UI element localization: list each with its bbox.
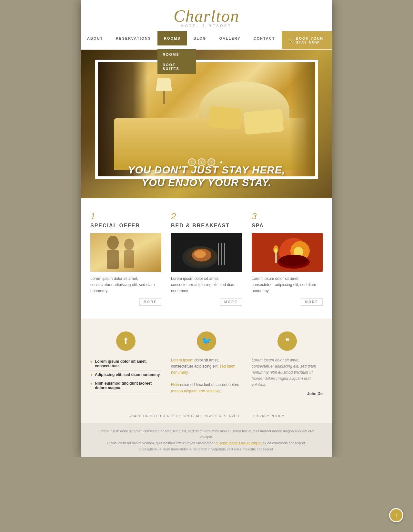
footer-divider: | — [246, 414, 247, 418]
quote-icon: ❝ — [277, 331, 297, 351]
lamp-base — [163, 91, 165, 104]
dropdown-rooms[interactable]: ROOMS — [157, 49, 196, 60]
svg-point-20 — [274, 248, 277, 253]
feature-3-title: SPA — [252, 223, 323, 229]
feature-3-number: 3 — [252, 211, 323, 222]
bottom-line-1: Lorem ipsum dolor sit amet, consectetuer… — [94, 428, 319, 440]
hero-tagline-text: YOU DON'T JUST STAY HERE, YOU ENJOY YOUR… — [81, 164, 332, 189]
feature-special-offer: 1 SPECIAL OFFER — [90, 211, 161, 306]
svg-point-18 — [279, 255, 308, 266]
main-nav: ABOUT RESERVATIONS ROOMS ROOMS ROOF SUIT… — [81, 31, 332, 50]
hero-tagline: YOU DON'T JUST STAY HERE, YOU ENJOY YOUR… — [81, 164, 332, 189]
twitter-icon[interactable]: 🐦 — [197, 331, 216, 351]
lamp-shade — [156, 78, 172, 91]
tweet-content: Lorem ipsum dolor sit amet, consectetuer… — [171, 357, 242, 394]
nav-rooms[interactable]: ROOMS — [157, 31, 187, 45]
social-quote: ❝ Lorem ipsum dolor sit amet, consectetu… — [252, 331, 323, 396]
nav-rooms-wrapper: ROOMS ROOMS ROOF SUITES — [157, 31, 187, 49]
feature-2-number: 2 — [171, 211, 242, 222]
fb-letter: f — [124, 336, 127, 346]
nav-gallery[interactable]: GALLERY — [213, 31, 247, 49]
svg-rect-10 — [221, 243, 222, 265]
feature-3-image — [252, 233, 323, 272]
hero-lamp — [156, 78, 172, 104]
fb-item-2[interactable]: Adipiscing elit, sed diam nonummy. — [90, 370, 161, 379]
bottom-line2-link[interactable]: suscipit lobortis nisl ut aliquip — [216, 441, 262, 445]
feature-spa: 3 SPA Lorem ipsum dolor — [252, 211, 323, 306]
tweet2-middle: euismod tincidunt ut laoreet dolore — [179, 382, 239, 387]
book-label: BOOK YOUR STAY NOW! — [296, 36, 326, 44]
fb-item-1[interactable]: Lorem ipsum dolor sit amet, consectetuer… — [90, 357, 161, 370]
tweet-link[interactable]: Lorem ipsum — [171, 358, 193, 362]
facebook-icon[interactable]: f — [116, 331, 136, 351]
book-icon: 🍾 — [288, 38, 293, 43]
fb-item-1-text: Lorem ipsum dolor sit amet, consectetuer… — [95, 359, 161, 368]
quote-symbol: ❝ — [285, 337, 289, 345]
fb-item-2-text: Adipiscing elit, sed diam nonummy. — [95, 372, 161, 377]
hero-section: 1 2 3 4 YOU DON'T JUST STAY HERE, YOU EN… — [81, 50, 332, 198]
svg-rect-12 — [218, 243, 219, 265]
nav-about[interactable]: ABOUT — [81, 31, 109, 49]
nav-contact[interactable]: CONTACT — [247, 31, 282, 49]
feature-2-text: Lorem ipsum dolor sit amet, consectetuer… — [171, 276, 242, 294]
svg-rect-4 — [124, 250, 134, 268]
facebook-list: Lorem ipsum dolor sit amet, consectetuer… — [90, 357, 161, 392]
feature-3-more[interactable]: MORE — [301, 298, 323, 306]
svg-point-1 — [107, 236, 119, 250]
logo: Charlton — [81, 6, 332, 25]
quote-text: Lorem ipsum dolor sit amet, consectetuer… — [252, 357, 323, 388]
dropdown-roof-suites[interactable]: ROOF SUITES — [157, 60, 196, 74]
bottom-bar: Lorem ipsum dolor sit amet, consectetuer… — [81, 423, 332, 458]
svg-point-9 — [194, 250, 206, 258]
feature-2-more[interactable]: MORE — [220, 298, 242, 306]
feature-1-image — [90, 233, 161, 272]
feature-1-more[interactable]: MORE — [139, 298, 161, 306]
social-twitter: 🐦 Lorem ipsum dolor sit amet, consectetu… — [171, 331, 242, 396]
svg-rect-21 — [275, 253, 277, 263]
bottom-line-3: Duis autem vel eum iriure dolor in hendr… — [94, 446, 319, 452]
bottom-line-2: Ut wisi enim ad minim veniam, quis nostr… — [94, 440, 319, 446]
fb-item-3-text: Nibh euismod tincidunt laoreet dolore ma… — [95, 381, 161, 390]
book-now-button[interactable]: 🍾 BOOK YOUR STAY NOW! — [282, 31, 332, 49]
rooms-dropdown: ROOMS ROOF SUITES — [157, 49, 196, 74]
bottom-line2-end: ex ea commodo consequat. — [262, 441, 306, 445]
nav-items: ABOUT RESERVATIONS ROOMS ROOMS ROOF SUIT… — [81, 31, 282, 49]
feature-bed-breakfast: 2 BED & BREAKFAST Lorem ipsum dolor sit … — [171, 211, 242, 306]
site-footer: CHARLTON HOTEL & RESORT ©2012 ALL RIGHTS… — [81, 409, 332, 423]
footer-copyright: CHARLTON HOTEL & RESORT ©2012 ALL RIGHTS… — [129, 414, 239, 418]
feature-1-text: Lorem ipsum dolor sit amet, consectetuer… — [90, 276, 161, 294]
social-facebook: f Lorem ipsum dolor sit amet, consectetu… — [90, 331, 161, 396]
tweet2-start: Nibh — [171, 382, 179, 387]
bottom-line2-start: Ut wisi enim ad minim veniam, quis nostr… — [107, 441, 216, 445]
feature-1-title: SPECIAL OFFER — [90, 223, 161, 229]
svg-rect-2 — [107, 250, 119, 269]
page-wrapper: Charlton HOTEL & RESORT ABOUT RESERVATIO… — [81, 0, 332, 457]
svg-point-3 — [124, 239, 134, 250]
logo-subtitle: HOTEL & RESORT — [81, 24, 332, 28]
quote-author: John Do — [252, 391, 323, 396]
svg-rect-11 — [224, 243, 225, 265]
hero-dark-right — [289, 62, 315, 176]
nav-blog[interactable]: BLOG — [187, 31, 213, 49]
hero-pillow-1 — [243, 109, 284, 135]
social-section: f Lorem ipsum dolor sit amet, consectetu… — [81, 319, 332, 409]
site-header: Charlton HOTEL & RESORT — [81, 0, 332, 31]
footer-privacy[interactable]: PRIVACY POLICY — [253, 414, 284, 418]
twitter-bird: 🐦 — [201, 336, 212, 346]
nav-reservations[interactable]: RESERVATIONS — [109, 31, 157, 49]
feature-2-image — [171, 233, 242, 272]
feature-2-title: BED & BREAKFAST — [171, 223, 242, 229]
fb-item-3[interactable]: Nibh euismod tincidunt laoreet dolore ma… — [90, 379, 161, 392]
feature-1-number: 1 — [90, 211, 161, 222]
hero-pillow-2 — [208, 106, 242, 130]
tweet2-highlight: magna aliquam erat volutpat. — [171, 389, 221, 393]
feature-3-text: Lorem ipsum dolor sit amet, consectetuer… — [252, 276, 323, 294]
features-section: 1 SPECIAL OFFER — [81, 198, 332, 319]
